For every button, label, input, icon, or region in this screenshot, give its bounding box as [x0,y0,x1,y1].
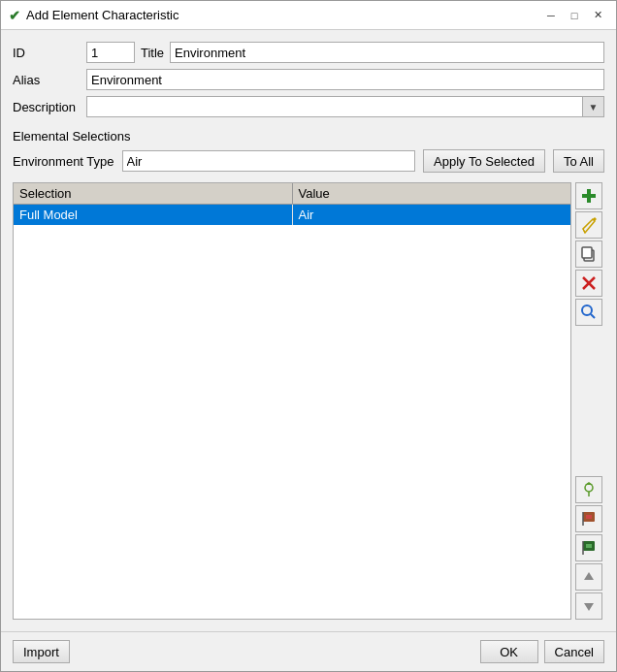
footer-right: OK Cancel [480,640,604,663]
title-input[interactable] [170,42,604,63]
scroll-up-button[interactable] [575,563,602,591]
search-button[interactable] [575,299,602,326]
ok-button[interactable]: OK [480,640,538,663]
table-container: Selection Value Full Model Air [13,182,604,620]
alias-row: Alias [13,69,604,90]
scroll-down-button[interactable] [575,592,602,620]
description-label: Description [13,100,81,114]
side-toolbar [575,182,604,620]
delete-button[interactable] [575,270,602,297]
svg-point-9 [582,305,592,315]
svg-rect-6 [582,247,592,258]
env-type-label: Environment Type [13,154,114,169]
svg-marker-13 [585,482,593,485]
footer: Import OK Cancel [1,631,616,671]
svg-marker-2 [583,219,595,233]
minimize-button[interactable]: ─ [540,5,562,26]
layer-button[interactable] [575,534,602,561]
flag-icon [580,510,598,528]
add-button[interactable] [575,182,602,209]
chevron-up-icon [580,568,598,586]
title-label: Title [141,46,164,60]
close-button[interactable]: ✕ [587,5,608,26]
window-title: Add Element Characteristic [26,8,179,22]
chevron-down-icon [580,597,598,615]
table-area: Selection Value Full Model Air [13,182,571,620]
svg-point-11 [585,484,593,492]
description-row: Description ▼ [13,96,604,117]
title-bar-left: ✔ Add Element Characteristic [9,8,179,23]
description-input-wrap: ▼ [86,96,604,117]
id-title-row: ID Title [13,42,604,63]
cancel-button[interactable]: Cancel [544,640,604,663]
layer-icon [580,539,598,557]
map-icon [580,481,598,498]
svg-line-10 [591,314,595,318]
apply-to-all-button[interactable]: To All [553,149,604,173]
flag-button[interactable] [575,505,602,532]
col-header-selection: Selection [14,183,293,204]
table-header: Selection Value [14,183,570,205]
svg-rect-18 [586,544,592,548]
description-input[interactable] [86,96,583,117]
id-label: ID [13,46,81,60]
elemental-section-label: Elemental Selections [13,129,604,144]
svg-marker-20 [584,572,594,580]
import-button[interactable]: Import [13,640,70,663]
svg-rect-15 [586,515,592,519]
window-icon: ✔ [9,8,20,23]
copy-button[interactable] [575,240,602,268]
svg-marker-21 [584,603,594,611]
table-row[interactable]: Full Model Air [14,205,570,225]
apply-to-selected-button[interactable]: Apply To Selected [423,149,545,173]
map-button[interactable] [575,476,602,503]
copy-icon [580,245,598,263]
main-window: ✔ Add Element Characteristic ─ □ ✕ ID Ti… [0,0,617,672]
delete-icon [580,274,598,292]
add-icon [580,187,598,205]
cell-selection: Full Model [14,205,293,225]
title-bar: ✔ Add Element Characteristic ─ □ ✕ [1,1,616,30]
cell-value: Air [293,205,571,225]
alias-input[interactable] [86,69,604,90]
content-area: ID Title Alias Description ▼ Elemental S… [1,30,616,631]
footer-left: Import [13,640,70,663]
env-select-wrap: Air Water Vacuum Space [122,150,416,172]
edit-icon [580,216,598,234]
environment-type-row: Environment Type Air Water Vacuum Space … [13,149,604,173]
col-header-value: Value [293,183,571,204]
alias-label: Alias [13,73,81,87]
svg-rect-1 [582,194,596,198]
id-input[interactable] [86,42,135,63]
env-type-select[interactable]: Air Water Vacuum Space [122,150,416,172]
search-icon [580,304,598,321]
description-dropdown-button[interactable]: ▼ [583,96,604,117]
maximize-button[interactable]: □ [564,5,585,26]
title-bar-controls: ─ □ ✕ [540,5,608,26]
edit-button[interactable] [575,211,602,239]
